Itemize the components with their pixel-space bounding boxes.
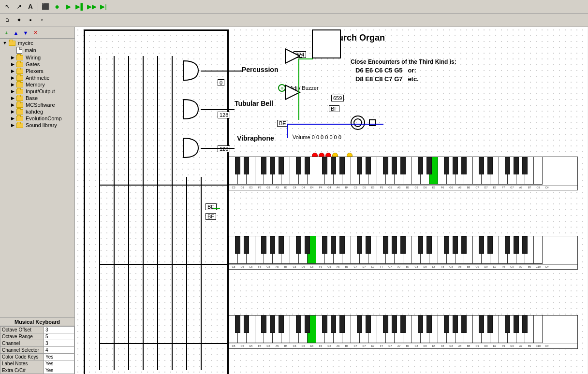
folder-icon-evolutioncomp: [16, 116, 23, 121]
wire-h3: [201, 148, 235, 149]
keyboard-row-2[interactable]: C5D5E5F5G5A5B5C6D6E6F6G6A6B6C7D7E7F7G7A7…: [229, 236, 578, 270]
keyboard-row-1[interactable]: C3D3E3F3G3A3B3C4D4E4F4G4A4B4C5D5E5F5G5A5…: [229, 157, 578, 190]
prop-val-octave-offset[interactable]: 3: [44, 327, 74, 333]
long-vert-4: [143, 177, 144, 370]
val-128-1-box[interactable]: 128: [218, 112, 230, 118]
gate-triangle-top[interactable]: [283, 46, 302, 66]
tree-item-arithmetic[interactable]: ▶ Arithmetic: [1, 74, 74, 81]
play-faster-btn[interactable]: ▶▶: [87, 1, 97, 12]
svg-marker-2: [285, 85, 300, 100]
circuit-canvas: Church Organ 204 Percussion 0 Close Enco…: [75, 27, 588, 374]
prop-val-octave-range[interactable]: 5: [44, 333, 74, 340]
church-organ-box[interactable]: [312, 29, 341, 58]
svg-point-1: [299, 55, 302, 58]
play-btn[interactable]: ▶: [63, 1, 74, 12]
tree-item-memory[interactable]: ▶ Memory: [1, 81, 74, 88]
select-tool[interactable]: ↗: [14, 1, 24, 12]
prop-key-channel-selector: Channel Selector: [0, 347, 44, 354]
tree-item-soundlibrary[interactable]: ▶ Sound library: [1, 122, 74, 129]
tree-label-plexers: Plexers: [26, 68, 44, 74]
prop-val-label-notes[interactable]: Yes: [44, 360, 74, 367]
expander-base[interactable]: ▶: [10, 95, 15, 101]
record-btn[interactable]: ●: [52, 1, 62, 12]
sq2-btn[interactable]: ▫: [37, 15, 47, 26]
expander-arithmetic[interactable]: ▶: [10, 75, 15, 81]
val-0-box[interactable]: 0: [218, 79, 224, 86]
tree-item-io[interactable]: ▶ Input/Output: [1, 88, 74, 95]
delete-btn[interactable]: ✕: [31, 29, 40, 37]
expander-mycirc[interactable]: ▼: [2, 40, 8, 46]
prop-row-octave-offset: Octave Offset 3: [0, 327, 74, 333]
down-btn[interactable]: ▼: [21, 29, 30, 37]
new-btn[interactable]: 🗋: [2, 15, 13, 26]
folder-icon-kahdeg: [16, 109, 23, 115]
up-btn[interactable]: ▲: [12, 29, 20, 37]
play-fast-btn[interactable]: ▶▌: [75, 1, 86, 12]
vert-wire-5: [157, 56, 158, 177]
main-area: + ▲ ▼ ✕ ▼ mycirc main ▶ Wiring ▶: [0, 27, 588, 374]
keyboard-keys-2[interactable]: [229, 236, 577, 264]
expander-memory[interactable]: ▶: [10, 82, 15, 87]
val-659-box[interactable]: 659: [331, 95, 344, 101]
expander-evolutioncomp[interactable]: ▶: [10, 115, 15, 121]
svg-marker-0: [285, 49, 300, 63]
canvas-area[interactable]: Church Organ 204 Percussion 0 Close Enco…: [75, 27, 588, 374]
circuit-border: [84, 29, 229, 374]
text-tool[interactable]: A: [25, 1, 36, 12]
long-vert-2: [114, 177, 115, 370]
expander-plexers[interactable]: ▶: [10, 68, 15, 74]
gate-2[interactable]: [181, 97, 201, 121]
prop-val-channel-selector[interactable]: 4: [44, 347, 74, 354]
folder-icon-mcsoftware: [16, 102, 23, 108]
prop-row-color-code: Color Code Keys Yes: [0, 354, 74, 360]
tree-item-kahdeg[interactable]: ▶ kahdeg: [1, 108, 74, 115]
gate-3[interactable]: [181, 136, 201, 160]
tree-item-plexers[interactable]: ▶ Plexers: [1, 68, 74, 74]
tree-item-wiring[interactable]: ▶ Wiring: [1, 54, 74, 61]
blue-wire-h1: [287, 124, 383, 125]
folder-icon-arithmetic: [16, 75, 23, 81]
tree-item-mcsoftware[interactable]: ▶ MCSoftware: [1, 101, 74, 108]
prop-key-label-notes: Label Notes: [0, 360, 44, 367]
vert-wire-3: [128, 56, 129, 177]
val-128-2-box[interactable]: 128: [218, 145, 230, 152]
star-btn[interactable]: ✦: [14, 15, 24, 26]
play-end-btn[interactable]: ▶|: [98, 1, 109, 12]
tree-item-base[interactable]: ▶ Base: [1, 95, 74, 101]
tree-label-main: main: [25, 47, 36, 53]
tree-item-main[interactable]: main: [1, 46, 74, 54]
prop-val-color-code[interactable]: Yes: [44, 354, 74, 360]
green-wire-v2: [298, 86, 299, 120]
add-btn[interactable]: +: [2, 29, 11, 37]
val-bf-box-top[interactable]: BF: [329, 105, 339, 112]
tree-label-mycirc: mycirc: [18, 40, 33, 46]
h-wire-kb1: [99, 185, 229, 186]
file-icon-main: [16, 47, 22, 54]
keyboard-keys-3[interactable]: [229, 316, 577, 344]
gate-triangle-2[interactable]: [283, 83, 302, 102]
keyboard-keys-1[interactable]: [229, 157, 577, 185]
long-vert-6: [172, 177, 173, 370]
expander-io[interactable]: ▶: [10, 88, 15, 94]
prop-val-extra-c[interactable]: Yes: [44, 367, 74, 374]
sq1-btn[interactable]: ▪: [25, 15, 36, 26]
expander-soundlibrary[interactable]: ▶: [10, 122, 15, 128]
tree-item-gates[interactable]: ▶ Gates: [1, 61, 74, 68]
keyboard-labels-2: C5D5E5F5G5A5B5C6D6E6F6G6A6B6C7D7E7F7G7A7…: [229, 264, 577, 269]
tree-item-mycirc[interactable]: ▼ mycirc: [1, 40, 74, 46]
keyboard-labels-3: C5D5E5F5G5A5B5C6D6E6F6G6A6B6C7D7E7F7G7A7…: [229, 344, 577, 348]
expander-wiring[interactable]: ▶: [10, 55, 15, 60]
tree-item-evolutioncomp[interactable]: ▶ EvolutionComp: [1, 115, 74, 122]
keyboard-row-3[interactable]: C5D5E5F5G5A5B5C6D6E6F6G6A6B6C7D7E7F7G7A7…: [229, 315, 578, 349]
folder-icon-soundlibrary: [16, 123, 23, 128]
expander-kahdeg[interactable]: ▶: [10, 109, 15, 115]
expander-mcsoftware[interactable]: ▶: [10, 102, 15, 108]
cursor-tool[interactable]: ↖: [2, 1, 13, 12]
folder-icon-plexers: [16, 69, 23, 74]
gate-1[interactable]: [181, 58, 201, 83]
bf-box-bottom[interactable]: BF: [206, 213, 216, 220]
prop-val-channel[interactable]: 3: [44, 340, 74, 347]
expander-gates[interactable]: ▶: [10, 61, 15, 67]
long-vert-8: [201, 177, 202, 370]
stop-btn[interactable]: ⬛: [40, 1, 51, 12]
